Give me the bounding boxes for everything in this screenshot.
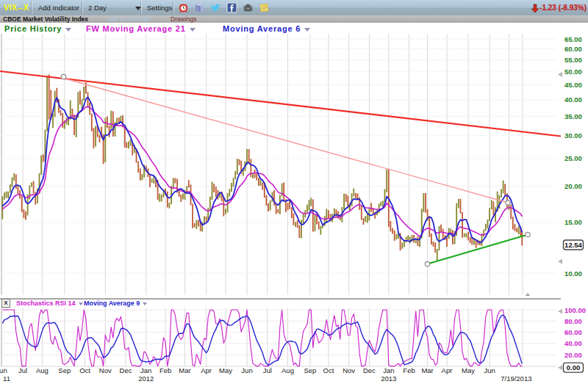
charting-app: VIX--X Add Indicator 2 Day Settings [0, 0, 588, 384]
interval-dropdown-arrow-icon[interactable] [135, 7, 141, 10]
chevron-down-icon [65, 28, 71, 32]
toolbar-separator [32, 1, 32, 14]
twitter-icon[interactable] [210, 2, 221, 13]
x-axis-month-label: May [219, 366, 232, 374]
price-axis-tick-label: 40.00 [564, 95, 582, 104]
toolbar-separator [173, 1, 174, 14]
stochastics-rsi-line [2, 310, 522, 366]
facebook-icon[interactable] [226, 2, 237, 13]
x-axis-month-label: Jan [140, 366, 151, 374]
price-axis-tick-label: 25.00 [564, 154, 582, 162]
moving-average-6-line [2, 97, 522, 242]
x-axis-month-label: Aug [282, 366, 294, 374]
drawings-menu[interactable]: Drawings [171, 15, 196, 23]
trendline-handle[interactable] [526, 232, 530, 236]
price-history-indicator[interactable]: Price History [4, 23, 71, 34]
x-axis-month-label: Jan [383, 366, 394, 374]
price-change-label: -1.23 (-8.93%) [539, 0, 587, 15]
axis-range-marker-icon [558, 309, 562, 314]
x-axis-month-label: Jul [263, 366, 272, 374]
alarm-clock-icon[interactable] [178, 2, 189, 13]
x-axis-month-label: Jul [18, 366, 27, 374]
sticky-notes-icon[interactable] [259, 2, 270, 13]
trendline-handle[interactable] [506, 200, 510, 205]
toolbar-separator [82, 1, 83, 14]
add-indicator-menu[interactable]: Add Indicator [38, 0, 79, 15]
x-axis-month-label: Mar [179, 366, 190, 374]
fw-moving-average-21-line [2, 107, 522, 236]
price-axis-tick-label: 20.00 [564, 182, 582, 190]
price-pane-header: Price History FW Moving Average 21 Movin… [0, 23, 588, 34]
camera-icon[interactable] [243, 2, 254, 13]
x-axis-month-label: Dec [363, 366, 376, 374]
x-axis-month-label: Aug [36, 366, 49, 374]
x-axis-month-label: Sep [58, 366, 71, 374]
price-axis-tick-label: 30.00 [564, 131, 582, 140]
x-axis-year-label: 11 [3, 374, 10, 383]
latest-bar-marker-icon [526, 293, 531, 296]
add-to-portfolio-link[interactable]: Add to Portfolio [107, 15, 150, 23]
symbol-description: CBOE Market Volatility Index [3, 15, 88, 23]
stoch-axis-tick-label: 100.00 [564, 306, 586, 314]
x-axis-year-label: 2013 [381, 374, 396, 383]
price-axis-tick-label: 65.00 [564, 35, 582, 43]
library-icon[interactable] [194, 2, 205, 13]
x-axis-year-label: 2012 [138, 374, 154, 383]
symbol-label[interactable]: VIX--X [4, 0, 29, 15]
trendline-handle[interactable] [61, 74, 65, 79]
trendline-handle[interactable] [425, 261, 429, 266]
x-axis-month-label: Jun [0, 366, 7, 374]
x-axis-month-label: Oct [323, 366, 334, 374]
x-axis-month-label: May [462, 366, 475, 374]
axis-range-marker-icon [558, 72, 562, 77]
month-gridlines [1, 34, 523, 366]
x-axis-month-label: Nov [343, 366, 355, 374]
x-axis-month-label: Dec [120, 366, 132, 374]
x-axis-month-label: Mar [421, 366, 433, 374]
stoch-axis-tick-label: 20.00 [564, 351, 582, 359]
x-axis-month-label: Nov [99, 366, 112, 374]
x-axis-month-label: Feb [159, 366, 171, 374]
svg-text:12.54: 12.54 [564, 241, 582, 249]
stoch-axis-tick-label: 80.00 [564, 317, 582, 325]
x-axis-month-label: Apr [201, 366, 212, 374]
x-axis-month-label: Apr [442, 366, 453, 374]
chart-canvas[interactable]: 65.0060.0055.0050.0045.0040.0035.0030.00… [0, 34, 588, 384]
x-axis-last-date-label: 7/19/2013 [501, 374, 531, 383]
top-toolbar: VIX--X Add Indicator 2 Day Settings [0, 0, 588, 16]
price-axis-tick-label: 50.00 [564, 68, 582, 76]
moving-average-6-indicator[interactable]: Moving Average 6 [223, 23, 310, 34]
price-axis-tick-label: 45.00 [564, 81, 582, 89]
price-axis-tick-label: 35.00 [564, 112, 582, 120]
chevron-down-icon [304, 28, 310, 32]
x-axis-month-label: Jun [241, 366, 252, 374]
chevron-down-icon [190, 28, 196, 32]
svg-text:0.00: 0.00 [567, 363, 581, 372]
price-axis-tick-label: 10.00 [564, 269, 582, 278]
x-axis-month-label: Oct [79, 366, 90, 374]
toolbar-separator [141, 1, 142, 14]
price-axis-tick-label: 60.00 [564, 45, 582, 53]
interval-dropdown[interactable]: 2 Day [88, 0, 107, 15]
price-bars-down [16, 74, 523, 253]
axis-range-marker-icon [558, 365, 562, 370]
axis-range-marker-icon [558, 259, 562, 264]
stoch-axis-tick-label: 60.00 [564, 328, 582, 336]
price-axis-tick-label: 15.00 [564, 218, 582, 226]
x-axis-month-label: Sep [304, 366, 316, 374]
settings-menu[interactable]: Settings [147, 0, 172, 15]
x-axis-month-label: Jun [484, 366, 495, 374]
price-axis-tick-label: 55.00 [564, 56, 582, 64]
stoch-axis-tick-label: 40.00 [564, 339, 582, 347]
x-axis-month-label: Feb [403, 366, 415, 374]
fw-moving-average-21-indicator[interactable]: FW Moving Average 21 [86, 23, 196, 34]
